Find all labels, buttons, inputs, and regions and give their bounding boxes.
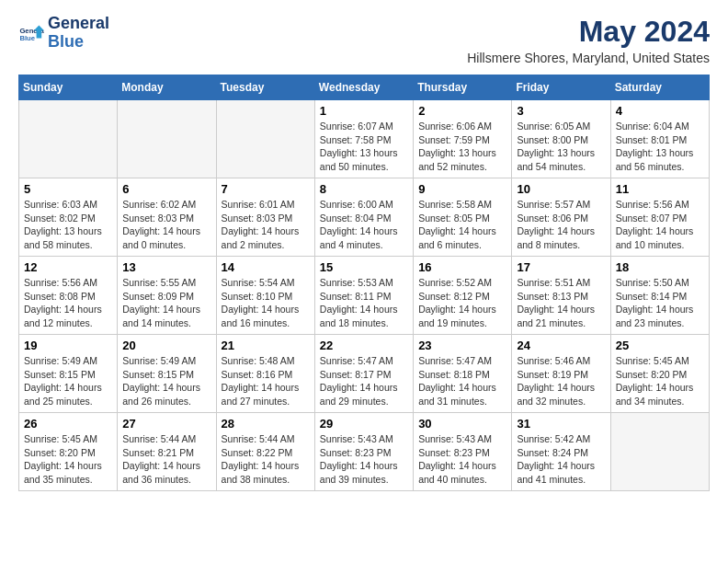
day-info: Sunrise: 5:43 AMSunset: 8:23 PMDaylight:… [418, 432, 506, 487]
calendar-cell: 9Sunrise: 5:58 AMSunset: 8:05 PMDaylight… [414, 178, 512, 257]
day-number: 29 [320, 417, 408, 431]
day-info: Sunrise: 5:56 AMSunset: 8:07 PMDaylight:… [616, 198, 704, 252]
day-info: Sunrise: 5:45 AMSunset: 8:20 PMDaylight:… [24, 432, 112, 487]
weekday-header-monday: Monday [118, 75, 216, 100]
day-number: 3 [517, 104, 605, 118]
day-info: Sunrise: 5:57 AMSunset: 8:06 PMDaylight:… [517, 198, 605, 252]
weekday-header-wednesday: Wednesday [314, 75, 413, 100]
week-row-3: 12Sunrise: 5:56 AMSunset: 8:08 PMDayligh… [19, 257, 710, 335]
calendar-cell: 2Sunrise: 6:06 AMSunset: 7:59 PMDaylight… [414, 100, 512, 178]
day-info: Sunrise: 6:01 AMSunset: 8:03 PMDaylight:… [222, 198, 310, 252]
day-number: 19 [24, 339, 112, 352]
week-row-4: 19Sunrise: 5:49 AMSunset: 8:15 PMDayligh… [19, 335, 710, 413]
day-number: 28 [222, 417, 310, 431]
day-info: Sunrise: 5:53 AMSunset: 8:11 PMDaylight:… [320, 276, 408, 330]
day-info: Sunrise: 5:47 AMSunset: 8:17 PMDaylight:… [320, 354, 408, 408]
calendar-cell: 23Sunrise: 5:47 AMSunset: 8:18 PMDayligh… [414, 335, 512, 413]
calendar-cell: 21Sunrise: 5:48 AMSunset: 8:16 PMDayligh… [216, 335, 314, 413]
day-number: 31 [517, 417, 605, 431]
day-number: 25 [616, 339, 704, 352]
calendar-cell: 10Sunrise: 5:57 AMSunset: 8:06 PMDayligh… [512, 178, 610, 257]
day-number: 13 [122, 260, 210, 274]
calendar-cell: 8Sunrise: 6:00 AMSunset: 8:04 PMDaylight… [314, 178, 413, 257]
title-area: May 2024 Hillsmere Shores, Maryland, Uni… [467, 15, 710, 65]
weekday-header-sunday: Sunday [19, 75, 118, 100]
calendar-cell: 15Sunrise: 5:53 AMSunset: 8:11 PMDayligh… [314, 257, 413, 335]
day-info: Sunrise: 5:49 AMSunset: 8:15 PMDaylight:… [24, 354, 112, 408]
week-row-2: 5Sunrise: 6:03 AMSunset: 8:02 PMDaylight… [19, 178, 710, 257]
day-number: 23 [418, 339, 506, 352]
day-info: Sunrise: 5:56 AMSunset: 8:08 PMDaylight:… [24, 276, 112, 330]
day-number: 5 [24, 182, 112, 196]
calendar-table: SundayMondayTuesdayWednesdayThursdayFrid… [18, 75, 710, 491]
day-number: 16 [418, 260, 506, 274]
logo-text: General Blue [48, 15, 109, 52]
day-info: Sunrise: 5:58 AMSunset: 8:05 PMDaylight:… [418, 198, 506, 252]
day-number: 30 [418, 417, 506, 431]
calendar-cell: 22Sunrise: 5:47 AMSunset: 8:17 PMDayligh… [314, 335, 413, 413]
day-info: Sunrise: 5:54 AMSunset: 8:10 PMDaylight:… [222, 276, 310, 330]
week-row-1: 1Sunrise: 6:07 AMSunset: 7:58 PMDaylight… [19, 100, 710, 178]
calendar-cell: 30Sunrise: 5:43 AMSunset: 8:23 PMDayligh… [414, 413, 512, 491]
calendar-cell: 11Sunrise: 5:56 AMSunset: 8:07 PMDayligh… [610, 178, 709, 257]
day-info: Sunrise: 6:07 AMSunset: 7:58 PMDaylight:… [320, 120, 408, 174]
day-info: Sunrise: 5:46 AMSunset: 8:19 PMDaylight:… [517, 354, 605, 408]
day-info: Sunrise: 5:42 AMSunset: 8:24 PMDaylight:… [517, 432, 605, 487]
day-info: Sunrise: 6:02 AMSunset: 8:03 PMDaylight:… [122, 198, 210, 252]
calendar-cell: 16Sunrise: 5:52 AMSunset: 8:12 PMDayligh… [414, 257, 512, 335]
calendar-cell: 27Sunrise: 5:44 AMSunset: 8:21 PMDayligh… [118, 413, 216, 491]
day-info: Sunrise: 5:48 AMSunset: 8:16 PMDaylight:… [222, 354, 310, 408]
day-number: 21 [222, 339, 310, 352]
day-info: Sunrise: 5:44 AMSunset: 8:22 PMDaylight:… [222, 432, 310, 487]
day-number: 8 [320, 182, 408, 196]
day-number: 2 [418, 104, 506, 118]
logo-line1: General [48, 15, 109, 33]
day-number: 22 [320, 339, 408, 352]
day-info: Sunrise: 5:49 AMSunset: 8:15 PMDaylight:… [122, 354, 210, 408]
calendar-cell: 19Sunrise: 5:49 AMSunset: 8:15 PMDayligh… [19, 335, 118, 413]
day-number: 17 [517, 260, 605, 274]
day-info: Sunrise: 5:52 AMSunset: 8:12 PMDaylight:… [418, 276, 506, 330]
calendar-cell: 12Sunrise: 5:56 AMSunset: 8:08 PMDayligh… [19, 257, 118, 335]
day-number: 14 [222, 260, 310, 274]
calendar-cell: 17Sunrise: 5:51 AMSunset: 8:13 PMDayligh… [512, 257, 610, 335]
main-title: May 2024 [467, 15, 710, 49]
subtitle: Hillsmere Shores, Maryland, United State… [467, 51, 710, 65]
day-number: 7 [222, 182, 310, 196]
week-row-5: 26Sunrise: 5:45 AMSunset: 8:20 PMDayligh… [19, 413, 710, 491]
day-number: 10 [517, 182, 605, 196]
calendar-cell [610, 413, 709, 491]
calendar-cell: 26Sunrise: 5:45 AMSunset: 8:20 PMDayligh… [19, 413, 118, 491]
day-number: 1 [320, 104, 408, 118]
day-info: Sunrise: 5:51 AMSunset: 8:13 PMDaylight:… [517, 276, 605, 330]
day-number: 4 [616, 104, 704, 118]
calendar-cell: 3Sunrise: 6:05 AMSunset: 8:00 PMDaylight… [512, 100, 610, 178]
calendar-cell: 20Sunrise: 5:49 AMSunset: 8:15 PMDayligh… [118, 335, 216, 413]
calendar-cell: 29Sunrise: 5:43 AMSunset: 8:23 PMDayligh… [314, 413, 413, 491]
calendar-cell: 31Sunrise: 5:42 AMSunset: 8:24 PMDayligh… [512, 413, 610, 491]
day-number: 27 [122, 417, 210, 431]
day-number: 11 [616, 182, 704, 196]
weekday-header-thursday: Thursday [414, 75, 512, 100]
day-number: 20 [122, 339, 210, 352]
calendar-cell: 7Sunrise: 6:01 AMSunset: 8:03 PMDaylight… [216, 178, 314, 257]
day-info: Sunrise: 5:44 AMSunset: 8:21 PMDaylight:… [122, 432, 210, 487]
day-number: 12 [24, 260, 112, 274]
weekday-header-row: SundayMondayTuesdayWednesdayThursdayFrid… [19, 75, 710, 100]
day-number: 18 [616, 260, 704, 274]
calendar-cell: 14Sunrise: 5:54 AMSunset: 8:10 PMDayligh… [216, 257, 314, 335]
calendar-cell: 5Sunrise: 6:03 AMSunset: 8:02 PMDaylight… [19, 178, 118, 257]
day-number: 26 [24, 417, 112, 431]
day-info: Sunrise: 6:05 AMSunset: 8:00 PMDaylight:… [517, 120, 605, 174]
weekday-header-friday: Friday [512, 75, 610, 100]
day-info: Sunrise: 6:04 AMSunset: 8:01 PMDaylight:… [616, 120, 704, 174]
day-number: 15 [320, 260, 408, 274]
calendar-cell: 24Sunrise: 5:46 AMSunset: 8:19 PMDayligh… [512, 335, 610, 413]
calendar-cell: 6Sunrise: 6:02 AMSunset: 8:03 PMDaylight… [118, 178, 216, 257]
calendar-cell: 28Sunrise: 5:44 AMSunset: 8:22 PMDayligh… [216, 413, 314, 491]
day-info: Sunrise: 5:55 AMSunset: 8:09 PMDaylight:… [122, 276, 210, 330]
day-info: Sunrise: 5:45 AMSunset: 8:20 PMDaylight:… [616, 354, 704, 408]
logo: General Blue General Blue [18, 15, 109, 52]
calendar-cell: 4Sunrise: 6:04 AMSunset: 8:01 PMDaylight… [610, 100, 709, 178]
calendar-cell: 18Sunrise: 5:50 AMSunset: 8:14 PMDayligh… [610, 257, 709, 335]
